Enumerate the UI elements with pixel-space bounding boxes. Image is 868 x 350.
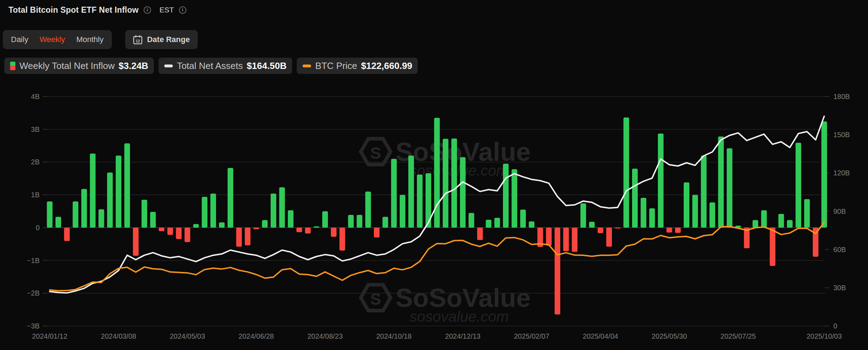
inflow-bar <box>193 224 199 228</box>
inflow-bar <box>641 198 646 227</box>
inflow-bar <box>770 228 775 266</box>
inflow-bar <box>469 213 474 228</box>
inflow-bar <box>408 156 414 228</box>
y-axis-label-left: −2B <box>27 289 40 297</box>
tab-monthly[interactable]: Monthly <box>71 30 109 49</box>
inflow-bar <box>81 189 87 227</box>
y-axis-label-left: 1B <box>31 191 40 199</box>
inflow-bar <box>821 121 827 227</box>
inflow-bar <box>546 228 552 246</box>
y-axis-label-left: 2B <box>31 158 40 166</box>
inflow-bar <box>658 134 664 228</box>
y-axis-label-right: 30B <box>833 284 846 292</box>
x-axis-label: 2024/12/13 <box>445 332 480 340</box>
inflow-bar <box>227 168 233 228</box>
inflow-bar <box>779 214 784 228</box>
svg-text:12: 12 <box>135 39 140 43</box>
tab-daily[interactable]: Daily <box>6 30 33 49</box>
inflow-bar <box>555 228 560 315</box>
inflow-bar <box>684 182 689 228</box>
inflow-bar <box>391 159 397 228</box>
inflow-bar <box>529 221 534 228</box>
x-axis-label: 2024/05/03 <box>170 332 205 340</box>
legend-value: $122,660.99 <box>361 60 412 71</box>
y-axis-label-right: 60B <box>833 246 846 253</box>
inflow-bar <box>701 156 707 228</box>
date-range-label: Date Range <box>147 35 190 44</box>
inflow-bar <box>624 117 629 228</box>
inflow-bar <box>374 228 380 238</box>
y-axis-label-right: 90B <box>833 208 846 215</box>
x-axis-label: 2024/06/28 <box>238 332 274 340</box>
legend-label: BTC Price <box>315 60 357 71</box>
date-range-button[interactable]: 12 Date Range <box>125 30 198 49</box>
tab-weekly[interactable]: Weekly <box>35 30 70 49</box>
legend-item-net-inflow[interactable]: Weekly Total Net Inflow$3.24B <box>4 58 154 74</box>
inflow-bar <box>90 153 96 228</box>
y-axis-label-right: 120B <box>833 169 850 177</box>
inflow-bar <box>572 228 578 252</box>
page-header: Total Bitcoin Spot ETF Net Inflow i EST … <box>8 3 186 17</box>
inflow-bar <box>675 228 681 233</box>
inflow-bar <box>159 228 164 231</box>
y-axis-label-left: −3B <box>27 322 40 330</box>
inflow-bar <box>253 228 259 229</box>
inflow-bar <box>56 217 61 228</box>
legend-item-net-assets[interactable]: Total Net Assets$164.50B <box>158 58 292 74</box>
x-axis-label: 2025/04/04 <box>583 332 618 340</box>
inflow-bar <box>382 217 388 228</box>
x-axis-label: 2025/07/25 <box>721 332 756 340</box>
assets-line-icon <box>164 64 173 68</box>
inflow-bar <box>477 228 483 240</box>
legend-item-btc-price[interactable]: BTC Price$122,660.99 <box>297 58 418 74</box>
inflow-bar <box>460 157 465 228</box>
x-axis-label: 2024/03/08 <box>101 332 136 340</box>
inflow-bar <box>288 210 294 228</box>
chart-canvas[interactable]: 4B3B2B1B0−1B−2B−3B180B150B120B90B60B30B0… <box>0 81 868 350</box>
y-axis-label-right: 0 <box>833 322 837 330</box>
y-axis-label-right: 150B <box>833 131 850 139</box>
inflow-bar <box>348 215 354 228</box>
svg-text:S: S <box>370 290 381 308</box>
y-axis-label-left: 3B <box>31 126 40 133</box>
inflow-bar <box>520 210 526 228</box>
inflow-bar <box>434 118 440 228</box>
inflow-bar <box>753 220 758 228</box>
inflow-bar <box>271 193 276 227</box>
inflow-bar <box>340 228 345 251</box>
inflow-bar <box>795 143 801 228</box>
inflow-bar <box>710 202 715 227</box>
inflow-bar <box>141 200 147 228</box>
svg-text:sosovalue.com: sosovalue.com <box>410 308 509 325</box>
inflow-bar <box>804 199 810 228</box>
inflow-bar <box>124 144 130 228</box>
inflow-bar <box>296 228 302 232</box>
inflow-bar <box>443 139 449 228</box>
inflow-bar <box>692 195 698 228</box>
inflow-bar <box>649 208 655 228</box>
inflow-bar <box>64 228 70 241</box>
inflow-bar <box>98 209 104 228</box>
inflow-bar <box>580 203 586 228</box>
inflow-bar <box>494 218 500 228</box>
svg-text:S: S <box>370 144 381 162</box>
page-title: Total Bitcoin Spot ETF Net Inflow <box>8 5 139 15</box>
inflow-bar <box>150 212 156 228</box>
chart-legend: Weekly Total Net Inflow$3.24BTotal Net A… <box>4 58 418 74</box>
inflow-bar <box>486 220 491 228</box>
title-info-icon[interactable]: i <box>144 6 151 14</box>
inflow-bar <box>503 164 509 228</box>
timezone-info-icon[interactable]: i <box>179 6 186 14</box>
inflow-bar <box>357 215 362 228</box>
x-axis-label: 2024/10/18 <box>376 332 412 340</box>
inflow-bar <box>47 202 53 228</box>
period-tabs: DailyWeeklyMonthly <box>3 30 112 49</box>
calendar-icon: 12 <box>133 35 143 45</box>
inflow-bar <box>116 156 121 228</box>
inflow-bar <box>727 148 733 227</box>
inflow-bar <box>73 202 78 228</box>
inflow-bar <box>210 193 216 227</box>
inflow-bar <box>331 228 336 237</box>
inflow-bar <box>322 211 328 228</box>
legend-value: $3.24B <box>118 60 148 71</box>
